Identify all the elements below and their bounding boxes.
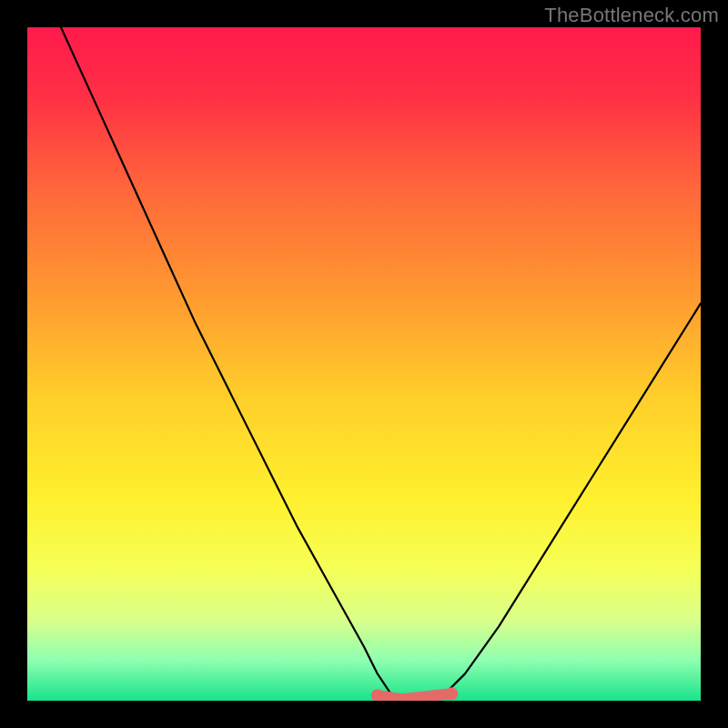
chart-frame: TheBottleneck.com (0, 0, 728, 728)
watermark-text: TheBottleneck.com (544, 4, 719, 27)
optimal-region-marker (378, 693, 451, 699)
optimal-region-end-dot (445, 687, 458, 700)
gradient-background (27, 27, 701, 701)
bottleneck-chart (27, 27, 701, 701)
plot-area (27, 27, 701, 701)
